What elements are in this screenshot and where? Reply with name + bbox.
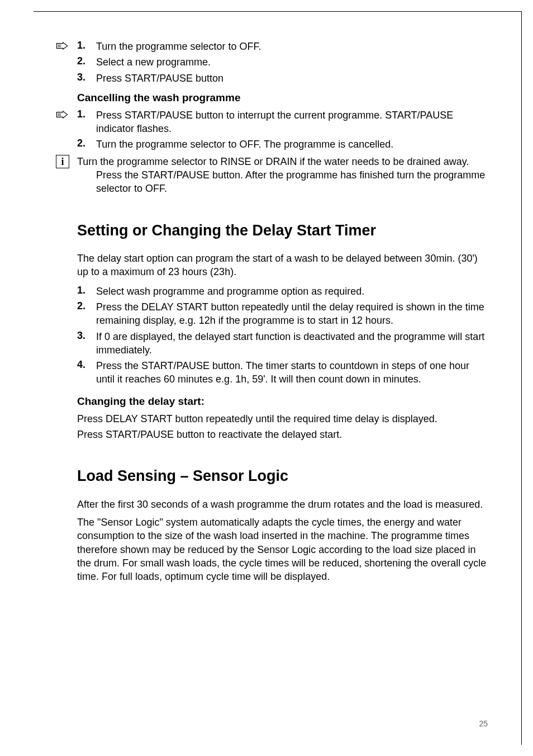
list-text: Press START/PAUSE button to reactivate t…: [77, 428, 488, 441]
list-number: 1.: [77, 40, 96, 51]
list-item: 3. Press START/PAUSE button: [56, 72, 488, 85]
list-text: Turn the programme selector to OFF. The …: [96, 138, 488, 151]
sub-heading: Cancelling the wash programme: [77, 92, 488, 104]
list-text: Select a new programme.: [96, 55, 488, 69]
info-icon: i: [56, 155, 69, 168]
list-item: 2. Press the DELAY START button repeated…: [56, 300, 488, 328]
hand-icon: [56, 108, 77, 119]
list-text: Press DELAY START button repeatedly unti…: [77, 412, 488, 426]
list-section: 1. Turn the programme selector to OFF. 2…: [56, 40, 488, 85]
list-text: Press the START/PAUSE button. The timer …: [96, 359, 488, 386]
list-number: 2.: [77, 138, 96, 149]
list-text: Press START/PAUSE button: [96, 72, 488, 85]
list-section: 1. Select wash programme and programme o…: [56, 285, 488, 386]
paragraph: After the first 30 seconds of a wash pro…: [56, 498, 488, 511]
page-number: 25: [479, 719, 488, 728]
list-text: Select wash programme and programme opti…: [96, 285, 488, 298]
list-item: Press START/PAUSE button to reactivate t…: [56, 428, 488, 441]
list-item: 3. If 0 are displayed, the delayed start…: [56, 330, 488, 357]
list-item: 2. Select a new programme.: [56, 55, 488, 69]
paragraph-text: The "Sensor Logic" system automatically …: [77, 516, 488, 583]
list-number: 3.: [77, 330, 96, 342]
list-number: 3.: [77, 72, 96, 83]
list-number: 1.: [77, 108, 96, 120]
sub-heading: Changing the delay start:: [77, 395, 488, 408]
section-heading: Setting or Changing the Delay Start Time…: [77, 221, 488, 239]
list-number: 1.: [77, 285, 96, 296]
intro-paragraph: The delay start option can program the s…: [56, 252, 488, 279]
list-text: Turn the programme selector to OFF.: [96, 40, 488, 53]
paragraph-text: After the first 30 seconds of a wash pro…: [77, 498, 488, 511]
section-heading: Load Sensing – Sensor Logic: [77, 467, 488, 485]
list-item: 1. Turn the programme selector to OFF.: [56, 40, 488, 53]
list-item: 1. Select wash programme and programme o…: [56, 285, 488, 298]
hand-icon: [56, 40, 77, 50]
heading-row: Load Sensing – Sensor Logic: [56, 443, 488, 495]
list-text: Press START/PAUSE button to interrupt th…: [96, 108, 488, 136]
document-page: 1. Turn the programme selector to OFF. 2…: [34, 11, 522, 745]
paragraph-text: The delay start option can program the s…: [77, 252, 488, 279]
list-text: Press the DELAY START button repeatedly …: [96, 300, 488, 328]
info-text: Turn the programme selector to RINSE or …: [96, 155, 488, 196]
heading-row: Setting or Changing the Delay Start Time…: [56, 198, 488, 249]
list-item: 1. Press START/PAUSE button to interrupt…: [56, 108, 488, 136]
list-item: 2. Turn the programme selector to OFF. T…: [56, 138, 488, 151]
sub-heading-row: Changing the delay start:: [56, 392, 488, 410]
list-number: 2.: [77, 300, 96, 312]
list-item: Press DELAY START button repeatedly unti…: [56, 412, 488, 426]
list-number: 2.: [77, 55, 96, 67]
list-number: 4.: [77, 359, 96, 371]
paragraph: The "Sensor Logic" system automatically …: [56, 516, 488, 583]
list-text: If 0 are displayed, the delayed start fu…: [96, 330, 488, 357]
info-note: i Turn the programme selector to RINSE o…: [56, 155, 488, 196]
sub-heading-row: Cancelling the wash programme: [56, 88, 488, 106]
list-item: 4. Press the START/PAUSE button. The tim…: [56, 359, 488, 386]
list-section: 1. Press START/PAUSE button to interrupt…: [56, 108, 488, 152]
